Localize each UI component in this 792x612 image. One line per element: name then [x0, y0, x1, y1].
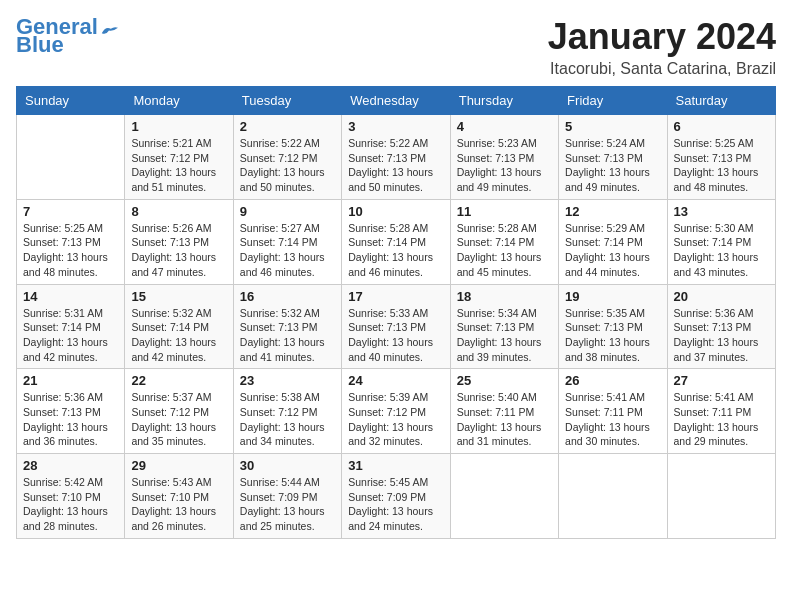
calendar-cell: 28Sunrise: 5:42 AM Sunset: 7:10 PM Dayli…	[17, 454, 125, 539]
day-number: 19	[565, 289, 660, 304]
day-info: Sunrise: 5:24 AM Sunset: 7:13 PM Dayligh…	[565, 136, 660, 195]
day-number: 20	[674, 289, 769, 304]
calendar-cell: 6Sunrise: 5:25 AM Sunset: 7:13 PM Daylig…	[667, 115, 775, 200]
day-number: 23	[240, 373, 335, 388]
day-number: 14	[23, 289, 118, 304]
day-number: 29	[131, 458, 226, 473]
day-number: 24	[348, 373, 443, 388]
day-number: 3	[348, 119, 443, 134]
day-number: 12	[565, 204, 660, 219]
calendar-cell: 12Sunrise: 5:29 AM Sunset: 7:14 PM Dayli…	[559, 199, 667, 284]
day-info: Sunrise: 5:25 AM Sunset: 7:13 PM Dayligh…	[674, 136, 769, 195]
day-number: 6	[674, 119, 769, 134]
day-info: Sunrise: 5:28 AM Sunset: 7:14 PM Dayligh…	[457, 221, 552, 280]
day-info: Sunrise: 5:36 AM Sunset: 7:13 PM Dayligh…	[23, 390, 118, 449]
calendar-week-row: 28Sunrise: 5:42 AM Sunset: 7:10 PM Dayli…	[17, 454, 776, 539]
page-header: General Blue January 2024 Itacorubi, San…	[16, 16, 776, 78]
day-info: Sunrise: 5:25 AM Sunset: 7:13 PM Dayligh…	[23, 221, 118, 280]
day-number: 8	[131, 204, 226, 219]
weekday-header-monday: Monday	[125, 87, 233, 115]
calendar-cell: 14Sunrise: 5:31 AM Sunset: 7:14 PM Dayli…	[17, 284, 125, 369]
calendar-cell: 11Sunrise: 5:28 AM Sunset: 7:14 PM Dayli…	[450, 199, 558, 284]
calendar-cell: 2Sunrise: 5:22 AM Sunset: 7:12 PM Daylig…	[233, 115, 341, 200]
day-info: Sunrise: 5:34 AM Sunset: 7:13 PM Dayligh…	[457, 306, 552, 365]
day-info: Sunrise: 5:30 AM Sunset: 7:14 PM Dayligh…	[674, 221, 769, 280]
day-number: 26	[565, 373, 660, 388]
weekday-header-thursday: Thursday	[450, 87, 558, 115]
calendar-cell: 24Sunrise: 5:39 AM Sunset: 7:12 PM Dayli…	[342, 369, 450, 454]
calendar-cell: 17Sunrise: 5:33 AM Sunset: 7:13 PM Dayli…	[342, 284, 450, 369]
calendar-cell: 19Sunrise: 5:35 AM Sunset: 7:13 PM Dayli…	[559, 284, 667, 369]
calendar-cell	[559, 454, 667, 539]
calendar-title: January 2024	[548, 16, 776, 58]
logo: General Blue	[16, 16, 118, 56]
calendar-cell: 8Sunrise: 5:26 AM Sunset: 7:13 PM Daylig…	[125, 199, 233, 284]
day-number: 4	[457, 119, 552, 134]
day-info: Sunrise: 5:22 AM Sunset: 7:13 PM Dayligh…	[348, 136, 443, 195]
calendar-cell: 26Sunrise: 5:41 AM Sunset: 7:11 PM Dayli…	[559, 369, 667, 454]
day-number: 13	[674, 204, 769, 219]
day-number: 9	[240, 204, 335, 219]
calendar-cell: 9Sunrise: 5:27 AM Sunset: 7:14 PM Daylig…	[233, 199, 341, 284]
calendar-cell	[667, 454, 775, 539]
weekday-header-sunday: Sunday	[17, 87, 125, 115]
day-info: Sunrise: 5:38 AM Sunset: 7:12 PM Dayligh…	[240, 390, 335, 449]
day-number: 18	[457, 289, 552, 304]
weekday-header-row: SundayMondayTuesdayWednesdayThursdayFrid…	[17, 87, 776, 115]
day-number: 2	[240, 119, 335, 134]
day-number: 31	[348, 458, 443, 473]
day-number: 7	[23, 204, 118, 219]
weekday-header-saturday: Saturday	[667, 87, 775, 115]
calendar-week-row: 7Sunrise: 5:25 AM Sunset: 7:13 PM Daylig…	[17, 199, 776, 284]
day-info: Sunrise: 5:32 AM Sunset: 7:13 PM Dayligh…	[240, 306, 335, 365]
calendar-table: SundayMondayTuesdayWednesdayThursdayFrid…	[16, 86, 776, 539]
day-number: 15	[131, 289, 226, 304]
title-block: January 2024 Itacorubi, Santa Catarina, …	[548, 16, 776, 78]
calendar-week-row: 14Sunrise: 5:31 AM Sunset: 7:14 PM Dayli…	[17, 284, 776, 369]
logo-bird-icon	[100, 24, 118, 38]
weekday-header-tuesday: Tuesday	[233, 87, 341, 115]
calendar-cell: 30Sunrise: 5:44 AM Sunset: 7:09 PM Dayli…	[233, 454, 341, 539]
calendar-cell: 4Sunrise: 5:23 AM Sunset: 7:13 PM Daylig…	[450, 115, 558, 200]
day-number: 21	[23, 373, 118, 388]
calendar-cell: 21Sunrise: 5:36 AM Sunset: 7:13 PM Dayli…	[17, 369, 125, 454]
day-number: 22	[131, 373, 226, 388]
calendar-cell: 7Sunrise: 5:25 AM Sunset: 7:13 PM Daylig…	[17, 199, 125, 284]
day-info: Sunrise: 5:43 AM Sunset: 7:10 PM Dayligh…	[131, 475, 226, 534]
day-info: Sunrise: 5:39 AM Sunset: 7:12 PM Dayligh…	[348, 390, 443, 449]
day-info: Sunrise: 5:22 AM Sunset: 7:12 PM Dayligh…	[240, 136, 335, 195]
day-info: Sunrise: 5:33 AM Sunset: 7:13 PM Dayligh…	[348, 306, 443, 365]
day-info: Sunrise: 5:23 AM Sunset: 7:13 PM Dayligh…	[457, 136, 552, 195]
day-number: 17	[348, 289, 443, 304]
day-number: 30	[240, 458, 335, 473]
calendar-cell: 10Sunrise: 5:28 AM Sunset: 7:14 PM Dayli…	[342, 199, 450, 284]
calendar-week-row: 21Sunrise: 5:36 AM Sunset: 7:13 PM Dayli…	[17, 369, 776, 454]
calendar-cell: 18Sunrise: 5:34 AM Sunset: 7:13 PM Dayli…	[450, 284, 558, 369]
day-info: Sunrise: 5:40 AM Sunset: 7:11 PM Dayligh…	[457, 390, 552, 449]
calendar-cell: 31Sunrise: 5:45 AM Sunset: 7:09 PM Dayli…	[342, 454, 450, 539]
calendar-cell: 13Sunrise: 5:30 AM Sunset: 7:14 PM Dayli…	[667, 199, 775, 284]
calendar-cell: 5Sunrise: 5:24 AM Sunset: 7:13 PM Daylig…	[559, 115, 667, 200]
day-info: Sunrise: 5:35 AM Sunset: 7:13 PM Dayligh…	[565, 306, 660, 365]
calendar-cell: 15Sunrise: 5:32 AM Sunset: 7:14 PM Dayli…	[125, 284, 233, 369]
day-info: Sunrise: 5:31 AM Sunset: 7:14 PM Dayligh…	[23, 306, 118, 365]
logo-blue-text: Blue	[16, 34, 64, 56]
calendar-cell: 23Sunrise: 5:38 AM Sunset: 7:12 PM Dayli…	[233, 369, 341, 454]
calendar-subtitle: Itacorubi, Santa Catarina, Brazil	[548, 60, 776, 78]
weekday-header-friday: Friday	[559, 87, 667, 115]
calendar-cell: 16Sunrise: 5:32 AM Sunset: 7:13 PM Dayli…	[233, 284, 341, 369]
weekday-header-wednesday: Wednesday	[342, 87, 450, 115]
day-info: Sunrise: 5:32 AM Sunset: 7:14 PM Dayligh…	[131, 306, 226, 365]
day-info: Sunrise: 5:42 AM Sunset: 7:10 PM Dayligh…	[23, 475, 118, 534]
calendar-cell: 20Sunrise: 5:36 AM Sunset: 7:13 PM Dayli…	[667, 284, 775, 369]
day-number: 11	[457, 204, 552, 219]
day-info: Sunrise: 5:27 AM Sunset: 7:14 PM Dayligh…	[240, 221, 335, 280]
day-info: Sunrise: 5:36 AM Sunset: 7:13 PM Dayligh…	[674, 306, 769, 365]
calendar-cell: 25Sunrise: 5:40 AM Sunset: 7:11 PM Dayli…	[450, 369, 558, 454]
day-info: Sunrise: 5:29 AM Sunset: 7:14 PM Dayligh…	[565, 221, 660, 280]
calendar-cell: 27Sunrise: 5:41 AM Sunset: 7:11 PM Dayli…	[667, 369, 775, 454]
day-info: Sunrise: 5:21 AM Sunset: 7:12 PM Dayligh…	[131, 136, 226, 195]
calendar-week-row: 1Sunrise: 5:21 AM Sunset: 7:12 PM Daylig…	[17, 115, 776, 200]
day-info: Sunrise: 5:26 AM Sunset: 7:13 PM Dayligh…	[131, 221, 226, 280]
day-number: 5	[565, 119, 660, 134]
